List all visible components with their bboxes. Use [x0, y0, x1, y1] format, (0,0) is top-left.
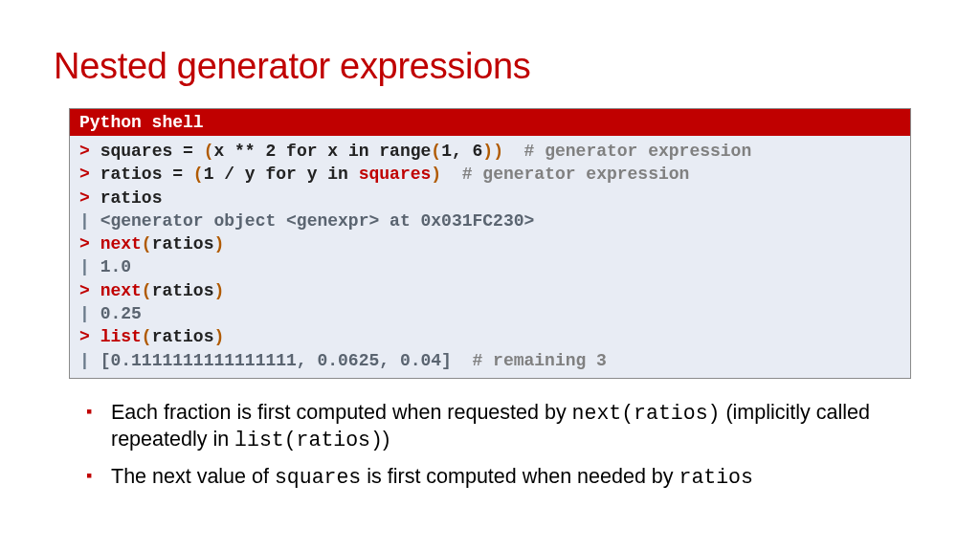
shell-body: > squares = (x ** 2 for x in range(1, 6)… — [70, 136, 910, 378]
inline-code: list(ratios) — [234, 429, 383, 452]
identifier: squares — [359, 165, 432, 184]
paren-close: ) — [213, 281, 224, 300]
comment: # generator expression — [441, 165, 689, 184]
paren-open: ( — [204, 142, 214, 161]
code: x ** 2 for x in range — [213, 142, 431, 161]
output: <generator object <genexpr> at 0x031FC23… — [100, 211, 535, 231]
prompt: > — [79, 188, 90, 208]
keyword: next — [100, 281, 142, 300]
code: ratios = — [100, 165, 193, 184]
bullet-text: ) — [383, 428, 390, 451]
output-bar: | — [79, 304, 90, 323]
inline-code: ratios — [679, 466, 753, 489]
code: 1 / y for y in — [204, 165, 359, 184]
code: ratios — [152, 327, 214, 346]
code: ratios — [152, 234, 214, 253]
paren-open: ( — [142, 327, 152, 346]
slide-title: Nested generator expressions — [54, 46, 926, 87]
bullet-text: The next value of — [111, 465, 275, 488]
paren-close: ) — [213, 234, 224, 253]
code: ratios — [152, 281, 214, 300]
output: [0.1111111111111111, 0.0625, 0.04] — [100, 351, 452, 370]
prompt: > — [79, 327, 90, 346]
output: 0.25 — [100, 304, 142, 323]
output-bar: | — [79, 257, 90, 276]
prompt: > — [79, 281, 90, 300]
bullet-list: Each fraction is first computed when req… — [54, 400, 926, 492]
paren-close: ) — [482, 142, 493, 161]
code: 1, 6 — [441, 142, 482, 161]
inline-code: next(ratios) — [572, 402, 721, 425]
bullet-text: is first computed when needed by — [361, 465, 679, 488]
code: ratios — [100, 188, 163, 208]
shell-header: Python shell — [70, 109, 910, 136]
output-bar: | — [79, 211, 90, 231]
list-item: The next value of squares is first compu… — [86, 464, 911, 492]
paren-close: ) — [493, 142, 503, 161]
output: 1.0 — [100, 257, 131, 276]
keyword: list — [100, 327, 142, 346]
paren-open: ( — [193, 165, 204, 184]
paren-close: ) — [213, 327, 224, 346]
keyword: next — [100, 234, 142, 253]
bullet-text: Each fraction is first computed when req… — [111, 401, 572, 424]
comment: # generator expression — [503, 142, 751, 161]
code: squares = — [100, 142, 204, 161]
list-item: Each fraction is first computed when req… — [86, 400, 911, 454]
prompt: > — [79, 165, 90, 184]
paren-open: ( — [142, 234, 152, 253]
inline-code: squares — [275, 466, 361, 489]
prompt: > — [79, 142, 90, 161]
output-bar: | — [79, 351, 90, 370]
paren-open: ( — [142, 281, 152, 300]
paren-close: ) — [431, 165, 441, 184]
prompt: > — [79, 234, 90, 253]
comment: # remaining 3 — [452, 351, 607, 370]
paren-open: ( — [431, 142, 441, 161]
shell-box: Python shell > squares = (x ** 2 for x i… — [69, 108, 911, 379]
